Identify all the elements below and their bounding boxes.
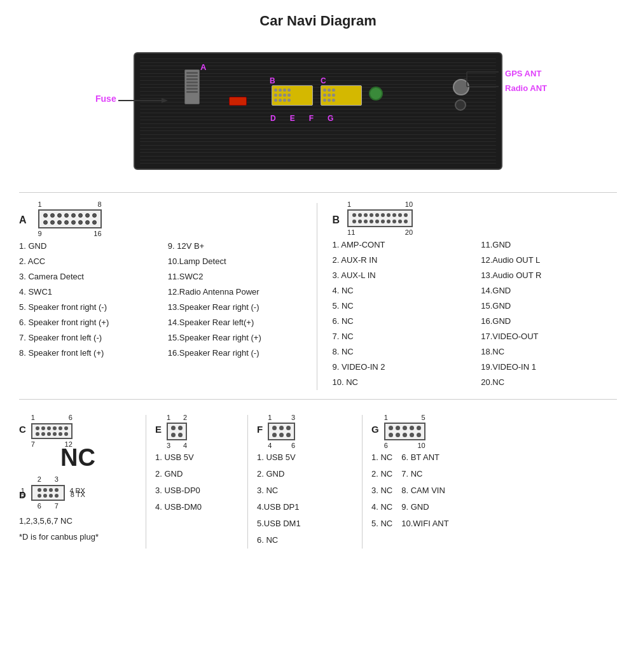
list-item: 11.GND bbox=[481, 237, 617, 253]
list-item: 4. SWC1 bbox=[19, 284, 155, 300]
list-item: 12.Audio OUT L bbox=[481, 253, 617, 268]
list-item: 14.GND bbox=[481, 283, 617, 298]
list-item: 1. USB 5V bbox=[257, 449, 353, 466]
list-item: 5. NC bbox=[333, 298, 469, 314]
connector-G-section: G 1 5 6 10 bbox=[363, 415, 617, 549]
list-item: 3. USB-DP0 bbox=[155, 482, 238, 499]
list-item: 9. 12V B+ bbox=[168, 239, 304, 254]
list-item: 2. ACC bbox=[19, 254, 155, 269]
list-item: 5. NC bbox=[371, 515, 392, 532]
list-item: 1. AMP-CONT bbox=[333, 237, 469, 253]
connector-F-section: F 1 3 4 6 bbox=[248, 415, 363, 549]
svg-marker-1 bbox=[162, 98, 168, 103]
list-item: 9. VIDEO-IN 2 bbox=[333, 360, 469, 375]
list-item: 7. NC bbox=[401, 466, 448, 482]
connector-G-letter: G bbox=[371, 424, 379, 435]
list-item: 10.WIFI ANT bbox=[401, 515, 448, 532]
list-item: 4.USB DP1 bbox=[257, 499, 353, 515]
connector-A-header: A 1 8 9 16 bbox=[19, 203, 304, 228]
connector-E-letter: E bbox=[155, 424, 162, 435]
list-item: 4. NC bbox=[371, 499, 392, 515]
list-item: 1. USB 5V bbox=[155, 449, 238, 466]
list-item: 6. Speaker front right (+) bbox=[19, 315, 155, 330]
list-item: 10. NC bbox=[333, 375, 469, 390]
connector-B-pin-list: 1. AMP-CONT 2. AUX-R IN 3. AUX-L IN 4. N… bbox=[333, 237, 618, 390]
list-item: 2. AUX-R IN bbox=[333, 253, 469, 268]
list-item: 2. NC bbox=[371, 466, 392, 482]
list-item: 16.Speaker Rear right (-) bbox=[168, 346, 304, 361]
connector-D-note2: *D is for canbus plug* bbox=[19, 529, 137, 545]
list-item: 15.GND bbox=[481, 298, 617, 314]
connector-CD-section: C 1 6 7 12 bbox=[19, 415, 146, 549]
connector-B-letter: B bbox=[333, 214, 340, 226]
list-item: 1. GND bbox=[19, 239, 155, 254]
page-title: Car Navi Diagram bbox=[19, 13, 617, 29]
bottom-diagrams: C 1 6 7 12 bbox=[19, 409, 617, 549]
connector-F-pins: 1 3 4 6 bbox=[268, 423, 295, 440]
connector-F-letter: F bbox=[257, 424, 263, 435]
list-item: 7. NC bbox=[333, 329, 469, 344]
list-item: 13.Speaker Rear right (-) bbox=[168, 300, 304, 315]
connector-G-pins: 1 5 6 10 bbox=[384, 423, 425, 440]
connector-C-letter: C bbox=[19, 424, 26, 435]
device-image-area: A bbox=[19, 39, 617, 179]
connector-E-section: E 1 2 3 4 bbox=[146, 415, 248, 549]
gps-radio-label: GPS ANT Radio ANT bbox=[505, 66, 547, 96]
list-item: 19.VIDEO-IN 1 bbox=[481, 360, 617, 375]
list-item: 8. CAM VIN bbox=[401, 482, 448, 499]
list-item: 15.Speaker Rear right (+) bbox=[168, 330, 304, 346]
connector-D-note1: 1,2,3,5,6,7 NC bbox=[19, 514, 137, 529]
connector-C-pins: 1 6 7 12 bbox=[31, 423, 73, 439]
list-item: 4. USB-DM0 bbox=[155, 499, 238, 515]
list-item: 5. Speaker front right (-) bbox=[19, 300, 155, 315]
list-item: 8. Speaker front left (+) bbox=[19, 346, 155, 361]
list-item: 5.USB DM1 bbox=[257, 515, 353, 532]
connector-E-pins: 1 2 3 4 bbox=[167, 423, 187, 440]
list-item: 8. NC bbox=[333, 344, 469, 360]
connector-B-pins: 1 10 11 20 bbox=[347, 209, 413, 227]
list-item: 3. NC bbox=[257, 482, 353, 499]
list-item: 12.Radio Antenna Power bbox=[168, 284, 304, 300]
list-item: 16.GND bbox=[481, 314, 617, 329]
list-item: 14.Speaker Rear left(+) bbox=[168, 315, 304, 330]
connector-B-header: B 1 10 11 20 bbox=[333, 203, 618, 227]
list-item: 6. BT ANT bbox=[401, 449, 448, 466]
connector-A-pins: 1 8 9 16 bbox=[38, 209, 102, 228]
fuse-label: Fuse bbox=[95, 94, 116, 104]
list-item: 3. AUX-L IN bbox=[333, 268, 469, 283]
connector-D-pins: 2 3 1 4 RX 5 8 TX 6 7 bbox=[31, 484, 65, 501]
list-item: 9. GND bbox=[401, 499, 448, 515]
connector-B-section: B 1 10 11 20 bbox=[317, 203, 618, 390]
connector-A-letter: A bbox=[19, 214, 27, 226]
list-item: 10.Lamp Detect bbox=[168, 254, 304, 269]
list-item: 3. Camera Detect bbox=[19, 269, 155, 284]
page: Car Navi Diagram bbox=[0, 0, 636, 561]
connector-A-section: A 1 8 9 16 bbox=[19, 203, 317, 390]
list-item: 7. Speaker front left (-) bbox=[19, 330, 155, 346]
list-item: 17.VIDEO-OUT bbox=[481, 329, 617, 344]
list-item: 4. NC bbox=[333, 283, 469, 298]
list-item: 1. NC bbox=[371, 449, 392, 466]
connector-A-pin-list: 1. GND 2. ACC 3. Camera Detect 4. SWC1 5… bbox=[19, 239, 304, 361]
list-item: 2. GND bbox=[257, 466, 353, 482]
list-item: 6. NC bbox=[257, 532, 353, 549]
list-item: 11.SWC2 bbox=[168, 269, 304, 284]
list-item: 20.NC bbox=[481, 375, 617, 390]
main-diagrams: A 1 8 9 16 bbox=[19, 192, 617, 390]
list-item: 2. GND bbox=[155, 466, 238, 482]
connector-G-pin-list: 1. NC 2. NC 3. NC 4. NC 5. NC 6. BT ANT … bbox=[371, 449, 617, 532]
list-item: 13.Audio OUT R bbox=[481, 268, 617, 283]
list-item: 18.NC bbox=[481, 344, 617, 360]
list-item: 6. NC bbox=[333, 314, 469, 329]
connector-C-nc-label: NC bbox=[19, 444, 137, 472]
list-item: 3. NC bbox=[371, 482, 392, 499]
